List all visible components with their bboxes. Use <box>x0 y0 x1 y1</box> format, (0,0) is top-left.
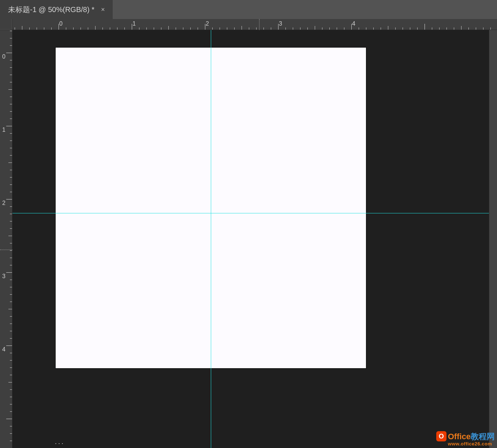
watermark: O Office教程网 www.office26.com <box>436 431 495 447</box>
ruler-tick <box>10 170 12 170</box>
ruler-tick <box>337 27 337 30</box>
ruler-tick <box>285 27 286 30</box>
ruler-tick <box>10 331 12 331</box>
ruler-origin-corner[interactable] <box>0 19 12 30</box>
ruler-tick <box>10 97 12 97</box>
ruler-tick <box>300 27 300 30</box>
ruler-tick <box>344 27 344 30</box>
ruler-tick <box>10 221 12 221</box>
ruler-label: 3 <box>2 273 5 280</box>
watermark-suffix: 教程网 <box>471 432 495 441</box>
ruler-tick <box>6 126 12 126</box>
ruler-tick <box>10 148 12 148</box>
ruler-tick <box>212 27 213 30</box>
ruler-tick <box>10 324 12 324</box>
ruler-label: 2 <box>206 20 209 27</box>
ruler-tick <box>117 27 117 30</box>
close-icon[interactable]: × <box>100 5 106 14</box>
vertical-scrollbar[interactable] <box>489 30 497 448</box>
ruler-tick <box>10 411 12 412</box>
ruler-tick <box>10 119 12 119</box>
ruler-tick <box>154 27 154 30</box>
ruler-tick <box>10 192 12 192</box>
ruler-tick <box>227 27 227 30</box>
document-tab[interactable]: 未标题-1 @ 50%(RGB/8) * × <box>0 0 113 19</box>
ruler-tick <box>366 27 366 30</box>
tab-bar: 未标题-1 @ 50%(RGB/8) * × <box>0 0 497 19</box>
ruler-tick <box>10 367 12 368</box>
ruler-tick <box>10 316 12 317</box>
ruler-tick <box>446 27 447 30</box>
workspace: 01234 01234 <box>0 19 497 448</box>
ruler-tick <box>490 27 491 30</box>
ruler-tick <box>10 206 12 207</box>
horizontal-ruler[interactable]: 01234 <box>12 19 497 30</box>
ruler-tick <box>10 294 12 295</box>
ruler-tick <box>10 184 12 185</box>
watermark-brand: Office <box>448 432 471 441</box>
ruler-tick <box>66 27 66 30</box>
ruler-tick <box>388 26 388 30</box>
ruler-tick <box>6 346 12 346</box>
ruler-tick <box>432 27 432 30</box>
ruler-tick <box>73 27 74 30</box>
ruler-tick <box>10 155 12 156</box>
vertical-ruler[interactable]: 01234 <box>0 30 12 448</box>
vertical-guide[interactable] <box>211 30 211 448</box>
ruler-tick <box>329 27 330 30</box>
ruler-tick <box>8 382 12 382</box>
ruler-tick <box>322 27 322 30</box>
ruler-label: 1 <box>2 127 5 133</box>
ruler-tick <box>139 27 139 30</box>
ruler-tick <box>10 104 12 104</box>
ruler-tick <box>183 27 183 30</box>
ruler-tick <box>10 111 12 112</box>
ruler-tick <box>29 27 30 30</box>
ruler-label: 0 <box>2 53 5 60</box>
ruler-tick <box>95 26 96 30</box>
ruler-tick <box>410 27 410 30</box>
canvas-viewport[interactable] <box>12 30 497 448</box>
ruler-tick <box>37 27 37 30</box>
ruler-tick <box>198 27 198 30</box>
ruler-tick <box>10 287 12 287</box>
ruler-tick <box>10 433 12 434</box>
ruler-tick <box>205 24 205 30</box>
ruler-tick <box>10 360 12 361</box>
ruler-tick <box>81 27 81 30</box>
ruler-tick <box>373 27 374 30</box>
ruler-tick <box>44 27 44 30</box>
ruler-tick <box>10 214 12 214</box>
ruler-tick <box>468 27 469 30</box>
watermark-icon: O <box>436 431 446 441</box>
ruler-tick <box>10 404 12 404</box>
ruler-tick <box>15 27 15 30</box>
ruler-tick <box>278 24 279 30</box>
ruler-tick <box>439 27 440 30</box>
ruler-tick <box>271 27 271 30</box>
ruler-tick <box>168 26 169 30</box>
ruler-tick <box>124 27 125 30</box>
ruler-tick <box>10 302 12 302</box>
ruler-tick <box>10 82 12 82</box>
status-text: ··· <box>55 440 65 447</box>
ruler-tick <box>161 27 161 30</box>
ruler-tick <box>10 280 12 280</box>
ruler-tick <box>10 177 12 178</box>
ruler-label: 0 <box>59 20 63 27</box>
ruler-tick <box>425 24 425 30</box>
ruler-tick <box>483 27 483 30</box>
ruler-tick <box>6 419 12 419</box>
ruler-tick <box>10 441 12 441</box>
ruler-tick <box>10 265 12 265</box>
ruler-tick <box>10 243 12 243</box>
ruler-tick <box>10 375 12 375</box>
ruler-tick <box>10 228 12 229</box>
ruler-label: 3 <box>279 20 282 27</box>
ruler-tick <box>10 258 12 258</box>
ruler-tick <box>8 89 12 90</box>
ruler-tick <box>10 397 12 397</box>
ruler-tick <box>359 27 359 30</box>
horizontal-guide[interactable] <box>12 213 497 213</box>
ruler-tick <box>10 45 12 46</box>
